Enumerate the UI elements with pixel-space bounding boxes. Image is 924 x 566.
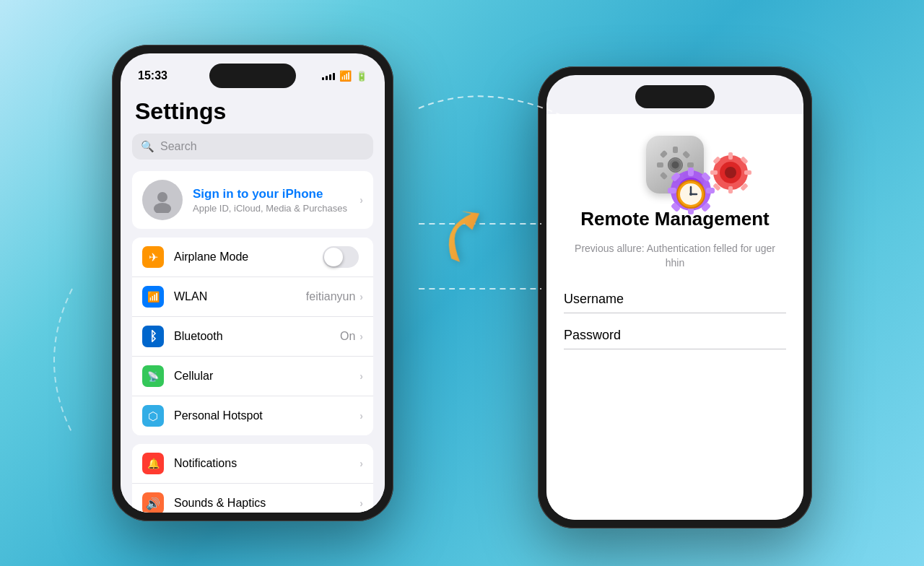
svg-rect-5 xyxy=(657,162,663,167)
hotspot-chevron: › xyxy=(359,410,363,422)
cellular-chevron: › xyxy=(359,370,363,382)
search-bar[interactable]: 🔍 Search xyxy=(132,134,373,160)
dynamic-island-right xyxy=(635,85,715,108)
svg-rect-3 xyxy=(673,147,678,153)
bluetooth-chevron: › xyxy=(359,331,363,342)
notifications-chevron: › xyxy=(359,458,363,469)
settings-item-airplane[interactable]: ✈ Airplane Mode xyxy=(132,238,373,277)
sounds-label: Sounds & Haptics xyxy=(174,497,359,510)
password-label: Password xyxy=(564,328,786,349)
svg-rect-32 xyxy=(728,152,733,160)
profile-subtitle: Apple ID, iCloud, Media & Purchases xyxy=(193,203,359,214)
svg-point-28 xyxy=(689,193,692,196)
settings-group-2: 🔔 Notifications › 🔊 Sounds & Haptics › xyxy=(132,444,373,513)
avatar xyxy=(142,180,183,220)
svg-rect-35 xyxy=(744,170,751,175)
wlan-value: feitianyun xyxy=(306,290,356,303)
bluetooth-icon: ᛒ xyxy=(142,326,164,347)
hotspot-label: Personal Hotspot xyxy=(174,409,359,422)
sounds-icon: 🔊 xyxy=(142,492,164,513)
arrow-icon xyxy=(425,199,506,281)
settings-screen: Settings 🔍 Search Sign in to yo xyxy=(121,92,385,513)
clock-icon xyxy=(675,178,707,211)
bluetooth-label: Bluetooth xyxy=(174,330,340,343)
arrow-container xyxy=(437,209,494,271)
cellular-icon: 📡 xyxy=(142,365,164,387)
settings-item-hotspot[interactable]: ⬡ Personal Hotspot › xyxy=(132,396,373,435)
cellular-signal-icon xyxy=(322,71,335,80)
wlan-icon: 📶 xyxy=(142,286,164,308)
bluetooth-value: On xyxy=(340,330,355,343)
password-field[interactable]: Password xyxy=(564,328,786,364)
settings-item-wlan[interactable]: 📶 WLAN feitianyun › xyxy=(132,277,373,317)
avatar-icon xyxy=(149,187,175,213)
settings-item-notifications[interactable]: 🔔 Notifications › xyxy=(132,444,373,484)
airplane-mode-toggle[interactable] xyxy=(323,246,359,268)
username-label: Username xyxy=(564,292,786,313)
svg-rect-33 xyxy=(728,186,733,193)
settings-item-bluetooth[interactable]: ᛒ Bluetooth On › xyxy=(132,317,373,357)
gear-decoration xyxy=(671,153,744,225)
status-icons: 📶 🔋 xyxy=(322,70,367,82)
profile-item[interactable]: Sign in to your iPhone Apple ID, iCloud,… xyxy=(132,171,373,229)
settings-title: Settings xyxy=(121,92,385,134)
airplane-mode-icon: ✈ xyxy=(142,246,164,268)
orange-arrow xyxy=(425,199,500,271)
battery-icon: 🔋 xyxy=(356,71,367,82)
search-icon: 🔍 xyxy=(141,140,154,153)
right-phone: Remote Management Previous allure: Authe… xyxy=(538,66,812,528)
airplane-mode-label: Airplane Mode xyxy=(174,251,323,264)
settings-group-1: ✈ Airplane Mode 📶 WLAN feitianyun › ᛒ xyxy=(132,238,373,435)
wlan-chevron: › xyxy=(359,291,363,302)
svg-rect-16 xyxy=(688,167,694,176)
notifications-icon: 🔔 xyxy=(142,453,164,474)
status-time: 15:33 xyxy=(138,69,167,82)
profile-info: Sign in to your iPhone Apple ID, iCloud,… xyxy=(193,187,359,214)
left-phone: 15:33 📶 🔋 Settings 🔍 xyxy=(112,45,393,521)
profile-name: Sign in to your iPhone xyxy=(193,187,359,201)
dynamic-island-left xyxy=(209,64,296,88)
username-field[interactable]: Username xyxy=(564,292,786,328)
clock-decoration xyxy=(675,178,707,214)
hotspot-icon: ⬡ xyxy=(142,405,164,427)
svg-point-1 xyxy=(154,203,171,213)
svg-point-31 xyxy=(725,167,736,178)
remote-management-subtitle: Previous allure: Authentication felled f… xyxy=(564,242,786,270)
sounds-chevron: › xyxy=(359,497,363,509)
scene: 15:33 📶 🔋 Settings 🔍 xyxy=(0,0,924,566)
svg-rect-7 xyxy=(659,149,667,157)
search-placeholder: Search xyxy=(160,140,197,153)
svg-point-0 xyxy=(157,192,167,202)
notifications-label: Notifications xyxy=(174,457,359,470)
settings-item-sounds[interactable]: 🔊 Sounds & Haptics › xyxy=(132,484,373,513)
settings-item-cellular[interactable]: 📡 Cellular › xyxy=(132,357,373,396)
cellular-label: Cellular xyxy=(174,370,359,383)
wlan-label: WLAN xyxy=(174,290,306,303)
wifi-icon: 📶 xyxy=(339,70,352,82)
profile-chevron: › xyxy=(359,194,363,206)
